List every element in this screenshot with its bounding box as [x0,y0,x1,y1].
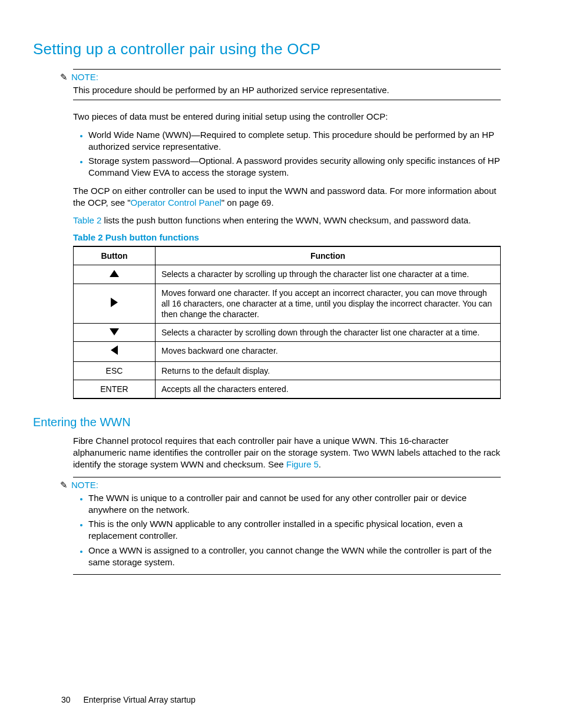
operator-control-panel-link[interactable]: Operator Control Panel [131,197,222,207]
button-enter-cell: ENTER [74,380,156,398]
table-caption-number: Table 2 [73,232,103,242]
table-row: Selects a character by scrolling down th… [74,324,501,342]
arrow-up-icon [110,270,119,277]
note-rule-bottom [73,100,501,100]
figure-5-link[interactable]: Figure 5 [286,459,319,469]
table-caption: Table 2 Push button functions [73,232,501,242]
arrow-right-icon [111,298,118,307]
note-block-2: ✎ NOTE: The WWN is unique to a controlle… [73,477,501,575]
note-rule-bottom [73,574,501,575]
note-icon: ✎ [60,480,68,489]
page-footer: 30 Enterprise Virtual Array startup [61,695,196,704]
button-right-cell [74,284,156,324]
button-esc-cell: ESC [74,361,156,380]
list-item: Storage system password—Optional. A pass… [88,155,501,179]
table-row: ENTER Accepts all the characters entered… [74,380,501,398]
arrow-down-icon [110,328,119,335]
list-item: The WWN is unique to a controller pair a… [88,492,501,516]
push-button-table: Button Function Selects a character by s… [73,246,501,399]
note-icon: ✎ [60,73,68,81]
function-cell: Selects a character by scrolling up thro… [156,265,501,284]
table-row: Moves forward one character. If you acce… [74,284,501,324]
page-number: 30 [61,695,71,704]
wwn-paragraph: Fibre Channel protocol requires that eac… [73,435,501,471]
arrow-left-icon [111,345,118,355]
text-span: " on page 69. [222,197,274,207]
note-label: NOTE: [71,480,98,490]
function-cell: Returns to the default display. [156,361,501,380]
note-list: The WWN is unique to a controller pair a… [73,492,501,569]
sub-heading: Entering the WWN [33,416,501,429]
th-function: Function [156,246,501,265]
table-row: Moves backward one character. [74,342,501,361]
button-left-cell [74,342,156,361]
function-cell: Accepts all the characters entered. [156,380,501,398]
function-cell: Moves backward one character. [156,342,501,361]
note-text: This procedure should be performed by an… [73,84,501,96]
note-block-1: ✎ NOTE: This procedure should be perform… [73,69,501,100]
note-rule-top [73,477,501,477]
ocp-paragraph: The OCP on either controller can be used… [73,185,501,209]
page-heading: Setting up a controller pair using the O… [33,40,501,58]
table-row: ESC Returns to the default display. [74,361,501,380]
text-span: lists the push button functions when ent… [101,215,471,225]
note-rule-top [73,69,501,70]
function-cell: Moves forward one character. If you acce… [156,284,501,324]
list-item: This is the only WWN applicable to any c… [88,518,501,542]
table-ref-paragraph: Table 2 lists the push button functions … [73,215,501,226]
table-2-link[interactable]: Table 2 [73,215,101,225]
function-cell: Selects a character by scrolling down th… [156,324,501,342]
intro-paragraph: Two pieces of data must be entered durin… [73,111,501,123]
table-row: Selects a character by scrolling up thro… [74,265,501,284]
th-button: Button [74,246,156,265]
button-down-cell [74,324,156,342]
table-caption-title: Push button functions [103,232,199,242]
text-span: . [319,459,321,469]
button-up-cell [74,265,156,284]
note-label: NOTE: [71,72,98,82]
intro-list: World Wide Name (WWN)—Required to comple… [73,129,501,179]
footer-title: Enterprise Virtual Array startup [83,695,195,704]
list-item: Once a WWN is assigned to a controller, … [88,545,501,569]
list-item: World Wide Name (WWN)—Required to comple… [88,129,501,153]
